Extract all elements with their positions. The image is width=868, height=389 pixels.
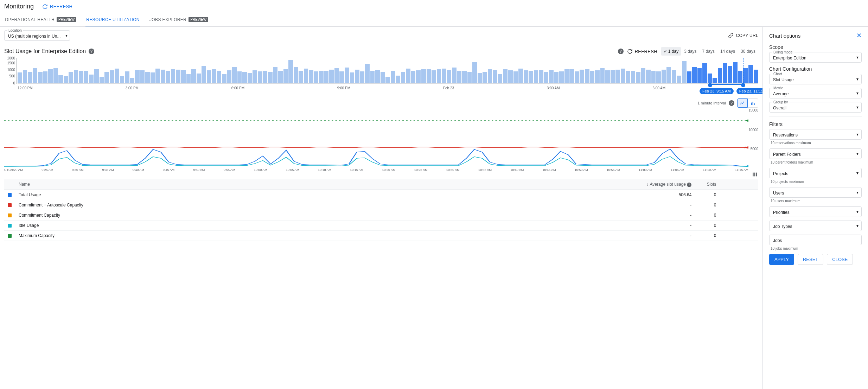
svg-rect-2 — [754, 103, 754, 105]
chart-select[interactable]: Chart Slot Usage ▾ — [769, 74, 862, 84]
overview-bar — [171, 69, 175, 83]
close-icon[interactable]: ✕ — [856, 32, 862, 39]
parent-folders-filter[interactable]: Parent Folders▾ — [769, 148, 862, 159]
detail-xaxis: 9:20 AM9:25 AM9:30 AM9:35 AM9:40 AM9:45 … — [11, 168, 748, 172]
detail-chart[interactable]: ★ 15000 10000 5000 UTC-8 9:20 AM9:25 AM9… — [4, 109, 758, 172]
help-icon[interactable]: ? — [729, 100, 734, 106]
overview-bar — [202, 66, 206, 83]
svg-rect-9 — [753, 173, 754, 177]
time-brush[interactable]: Feb 23, 9:15 AM Feb 23, 11:15 AM — [710, 58, 743, 85]
close-button[interactable]: CLOSE — [827, 254, 853, 265]
range-30days[interactable]: 30 days — [738, 47, 758, 56]
overview-bar — [539, 70, 543, 83]
refresh-button[interactable]: REFRESH — [42, 4, 72, 9]
overview-chart[interactable]: 0 500 1000 1500 2000 Feb 23, 9:15 AM Feb… — [4, 58, 758, 96]
chart-type-toggle — [737, 98, 758, 108]
overview-bar — [288, 60, 293, 83]
jobtypes-filter[interactable]: Job Types▾ — [769, 221, 862, 231]
copy-url-button[interactable]: COPY URL — [728, 33, 758, 38]
projects-filter[interactable]: Projects▾ — [769, 168, 862, 178]
groupby-select[interactable]: Group by Overall ▾ — [769, 102, 862, 113]
overview-bar — [370, 71, 375, 83]
range-3days[interactable]: 3 days — [681, 47, 699, 56]
svg-rect-10 — [754, 173, 755, 177]
overview-bar — [115, 69, 119, 83]
help-icon[interactable]: ? — [89, 49, 94, 54]
overview-bar — [258, 71, 262, 83]
overview-bar — [600, 68, 605, 83]
overview-bar — [207, 70, 211, 83]
overview-bar — [23, 70, 27, 83]
overview-bar — [498, 74, 503, 83]
overview-bar — [569, 69, 574, 83]
overview-bar — [748, 65, 753, 83]
overview-bar — [396, 76, 400, 83]
line-chart-toggle[interactable] — [737, 98, 748, 108]
overview-bar — [94, 69, 99, 83]
help-icon[interactable]: ? — [687, 183, 691, 187]
jobs-filter[interactable]: Jobs — [769, 235, 862, 245]
overview-bar — [503, 69, 508, 83]
overview-bar — [314, 71, 319, 83]
overview-bar — [69, 72, 73, 83]
apply-button[interactable]: APPLY — [769, 254, 794, 265]
reservations-filter[interactable]: Reservations▾ — [769, 129, 862, 140]
overview-bar — [575, 71, 579, 83]
location-select[interactable]: Location US (multiple regions in Un... ▾ — [4, 30, 70, 41]
overview-bar — [145, 72, 150, 83]
overview-bar — [590, 71, 595, 83]
overview-bar — [217, 71, 222, 83]
reset-button[interactable]: RESET — [798, 254, 823, 265]
sort-desc-icon: ↓ — [646, 182, 648, 187]
overview-bar — [248, 73, 252, 83]
col-name[interactable]: Name — [15, 179, 408, 190]
tab-operational-health[interactable]: OPERATIONAL HEALTH PREVIEW — [4, 13, 77, 26]
overview-bar — [641, 68, 646, 83]
range-7days[interactable]: 7 days — [700, 47, 717, 56]
metric-select[interactable]: Metric Average ▾ — [769, 88, 862, 98]
chevron-down-icon: ▾ — [856, 171, 859, 176]
overview-bar — [385, 77, 390, 83]
overview-bar — [319, 71, 324, 83]
bar-chart-toggle[interactable] — [748, 98, 758, 108]
range-1day[interactable]: ✓1 day — [661, 47, 681, 56]
overview-bar — [53, 68, 58, 83]
table-row[interactable]: Total Usage 506.64 0 — [4, 190, 758, 200]
priorities-filter[interactable]: Priorities▾ — [769, 206, 862, 217]
chevron-down-icon: ▾ — [856, 77, 859, 82]
users-filter[interactable]: Users▾ — [769, 187, 862, 198]
table-row[interactable]: Commitment + Autoscale Capacity - 0 — [4, 200, 758, 210]
tab-resource-utilization[interactable]: RESOURCE UTILIZATION — [85, 14, 140, 26]
overview-bar — [120, 76, 125, 83]
time-range-group: ✓1 day 3 days 7 days 14 days 30 days — [661, 47, 758, 56]
table-row[interactable]: Maximum Capacity - 0 — [4, 230, 758, 241]
overview-bar — [237, 71, 242, 83]
table-row[interactable]: Idle Usage - 0 — [4, 220, 758, 230]
overview-bar — [646, 70, 651, 83]
billing-model-select[interactable]: Billing model Enterprise Edition ▾ — [769, 52, 862, 63]
svg-rect-0 — [751, 103, 752, 105]
legend-swatch — [8, 224, 12, 228]
legend-swatch — [8, 203, 12, 207]
svg-rect-11 — [756, 173, 757, 177]
col-slots[interactable]: Slots — [695, 179, 720, 190]
overview-bar — [754, 70, 758, 83]
overview-bar — [242, 72, 247, 83]
columns-icon[interactable] — [752, 172, 758, 177]
col-avg[interactable]: ↓Average slot usage ? — [408, 179, 695, 190]
overview-bar — [181, 70, 186, 83]
tab-jobs-explorer[interactable]: JOBS EXPLORER PREVIEW — [149, 13, 209, 26]
overview-bar — [18, 72, 22, 83]
overview-bar — [140, 70, 145, 83]
overview-bar — [432, 70, 436, 83]
range-14days[interactable]: 14 days — [717, 47, 738, 56]
overview-bar — [437, 69, 441, 83]
tabs: OPERATIONAL HEALTH PREVIEW RESOURCE UTIL… — [0, 13, 868, 27]
line-chart-icon — [740, 100, 745, 106]
legend-swatch — [8, 234, 12, 238]
overview-bar — [411, 71, 416, 83]
table-row[interactable]: Commitment Capacity - 0 — [4, 210, 758, 220]
overview-bar — [452, 68, 457, 83]
help-icon[interactable]: ? — [618, 49, 624, 54]
chart-refresh-button[interactable]: REFRESH — [627, 49, 657, 54]
